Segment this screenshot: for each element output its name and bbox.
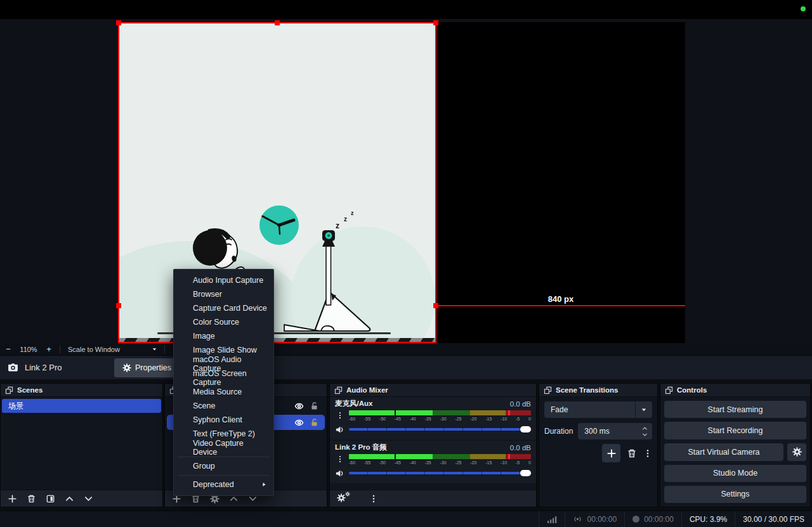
add-transition-button[interactable] [602,444,620,462]
menu-item-scene[interactable]: Scene [174,399,273,413]
scene-list-item[interactable]: 场景 [2,399,161,413]
channel-level: 0.0 dB [510,444,531,452]
start-streaming-button[interactable]: Start Streaming [664,401,806,418]
audio-mixer-panel: Audio Mixer 麦克风/Aux 0.0 dB [329,383,537,507]
menu-item-video-capture-device[interactable]: Video Capture Device [174,441,273,455]
audio-mixer-titlebar[interactable]: Audio Mixer [330,384,536,397]
stream-timer: 00:00:00 [565,511,624,527]
resize-handle-right[interactable] [433,303,438,308]
add-scene-button[interactable] [8,494,17,504]
mute-speaker-icon[interactable] [335,425,344,434]
small-gear-icon [345,491,350,497]
zoom-in-button[interactable]: + [41,344,57,354]
zoom-out-button[interactable]: − [0,344,16,354]
broadcast-icon [573,514,582,524]
menu-item-color-source[interactable]: Color Source [174,315,273,329]
settings-button[interactable]: Settings [664,486,806,503]
audio-mixer-body: 麦克风/Aux 0.0 dB -60-55-50-45-40-35- [330,397,536,490]
properties-button[interactable]: Properties [114,358,180,377]
menu-item-audio-input-capture[interactable]: Audio Input Capture [174,273,273,287]
divider [164,345,165,353]
controls-titlebar[interactable]: Controls [660,384,810,397]
volume-slider[interactable] [349,426,531,433]
scale-mode-label[interactable]: Scale to Window [63,346,126,353]
channel-menu-kebab-icon[interactable] [336,411,344,420]
record-timer: 00:00:00 [624,511,681,527]
spin-down-button[interactable] [641,432,648,438]
network-status [539,511,565,527]
source-selection-border[interactable] [118,22,436,343]
remove-transition-button[interactable] [627,448,637,459]
transition-select-caret[interactable] [635,401,652,418]
duration-input[interactable]: 300 ms [578,423,652,439]
transition-select[interactable]: Fade [544,401,652,418]
visibility-eye-icon[interactable] [294,418,304,427]
channel-name: Link 2 Pro 音频 [335,443,387,452]
duration-value: 300 ms [584,427,609,436]
virtual-camera-config-button[interactable] [787,443,806,461]
menu-item-capture-card-device[interactable]: Capture Card Device [174,301,273,315]
menu-item-image[interactable]: Image [174,329,273,343]
menu-item-macos-screen-capture[interactable]: macOS Screen Capture [174,371,273,385]
move-scene-up-button[interactable] [65,494,74,504]
chevron-down-icon [640,406,648,413]
resize-handle-top-mid[interactable] [275,20,280,25]
resize-handle-left[interactable] [116,303,121,308]
menu-item-group[interactable]: Group [174,459,273,473]
dock-icon [334,386,343,394]
record-dot-icon [632,516,639,523]
dock-area: Scenes 场景 [0,383,812,507]
scene-transitions-title: Scene Transitions [556,386,618,394]
advanced-audio-properties-button[interactable] [337,493,348,504]
channel-level: 0.0 dB [510,400,531,408]
scenes-panel-titlebar[interactable]: Scenes [1,384,162,397]
preview-area: z z z [0,19,812,343]
mixer-channel-link2pro: Link 2 Pro 音频 0.0 dB -60-55-50-45- [330,441,536,483]
menu-item-media-source[interactable]: Media Source [174,385,273,399]
move-scene-down-button[interactable] [84,494,93,504]
volume-slider-handle[interactable] [520,470,531,476]
title-bar [0,0,812,19]
chevron-down-icon [153,348,157,350]
status-bar: 00:00:00 00:00:00 CPU: 3.9% 30.00 / 30.0… [0,511,812,527]
status-green-dot [801,6,806,11]
lock-icon[interactable] [310,418,319,427]
controls-body: Start Streaming Start Recording Start Vi… [660,397,810,507]
submenu-arrow-icon [261,481,267,488]
mixer-menu-kebab-icon[interactable] [369,494,378,504]
start-recording-button[interactable]: Start Recording [664,422,806,439]
transition-menu-kebab-icon[interactable] [643,448,652,459]
audio-mixer-toolbar [330,490,536,507]
menu-item-browser[interactable]: Browser [174,287,273,301]
menu-item-deprecated[interactable]: Deprecated [174,478,273,491]
remove-scene-button[interactable] [27,494,36,504]
lock-icon[interactable] [310,401,319,411]
controls-title: Controls [677,386,707,394]
mixer-channel-mic: 麦克风/Aux 0.0 dB -60-55-50-45-40-35- [330,397,536,439]
gear-icon [337,493,346,502]
width-indicator-label: 840 px [436,294,685,304]
dock-icon [544,386,552,394]
scene-transitions-titlebar[interactable]: Scene Transitions [539,384,657,397]
channel-name: 麦克风/Aux [335,399,372,408]
scenes-list: 场景 [1,397,162,490]
menu-separator [178,457,270,457]
resize-handle-top-right[interactable] [433,20,438,25]
scene-filters-button[interactable] [46,494,55,504]
channel-menu-kebab-icon[interactable] [336,455,344,464]
mute-speaker-icon[interactable] [335,469,344,478]
volume-meter [349,454,531,459]
studio-mode-button[interactable]: Studio Mode [664,465,806,482]
scenes-toolbar [1,490,162,507]
obs-main-window: z z z [0,0,812,527]
gear-icon [122,363,131,372]
resize-handle-top-left[interactable] [116,20,121,25]
spin-up-button[interactable] [641,426,648,431]
volume-slider-handle[interactable] [520,426,531,433]
visibility-eye-icon[interactable] [294,401,304,411]
volume-slider[interactable] [349,469,531,477]
scale-mode-dropdown[interactable] [148,346,162,353]
properties-button-label: Properties [135,363,171,372]
menu-item-syphon-client[interactable]: Syphon Client [174,413,273,427]
start-virtual-camera-button[interactable]: Start Virtual Camera [664,443,783,461]
